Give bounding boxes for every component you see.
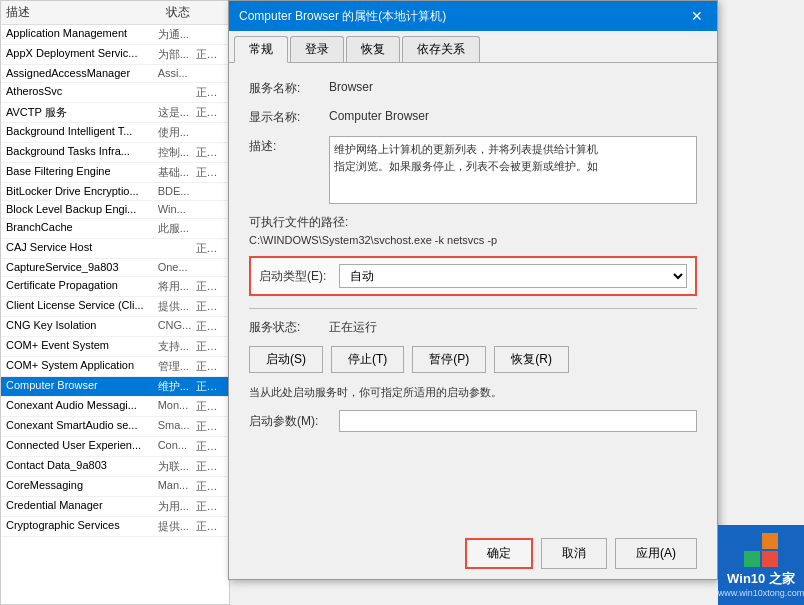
service-row[interactable]: AssignedAccessManager Assi... — [1, 65, 229, 83]
cancel-button[interactable]: 取消 — [541, 538, 607, 569]
service-row[interactable]: Block Level Backup Engi... Win... — [1, 201, 229, 219]
service-row[interactable]: BranchCache 此服... — [1, 219, 229, 239]
service-row[interactable]: CaptureService_9a803 One... — [1, 259, 229, 277]
service-row-name: Certificate Propagation — [6, 279, 158, 294]
service-row-desc: 提供... — [158, 299, 196, 314]
service-row[interactable]: AtherosSvc 正在... — [1, 83, 229, 103]
service-row[interactable]: Certificate Propagation 将用... 正在... — [1, 277, 229, 297]
win-tile-2 — [762, 533, 778, 549]
service-row-name: Computer Browser — [6, 379, 158, 394]
service-row[interactable]: Conexant Audio Messagi... Mon... 正在... — [1, 397, 229, 417]
description-label: 描述: — [249, 136, 329, 155]
service-row[interactable]: COM+ System Application 管理... 正在... — [1, 357, 229, 377]
service-row-desc: 为用... — [158, 499, 196, 514]
service-row[interactable]: COM+ Event System 支持... 正在... — [1, 337, 229, 357]
service-row-name: BranchCache — [6, 221, 158, 236]
param-label: 启动参数(M): — [249, 413, 339, 430]
service-row[interactable]: AppX Deployment Servic... 为部... 正在... — [1, 45, 229, 65]
service-row-status: 正在... — [196, 105, 224, 120]
dialog-close-button[interactable]: ✕ — [687, 6, 707, 26]
service-row-status — [196, 261, 224, 274]
service-row-desc — [158, 85, 196, 100]
service-row[interactable]: Application Management 为通... — [1, 25, 229, 45]
service-row[interactable]: Computer Browser 维护... 正在... — [1, 377, 229, 397]
service-row-desc: Man... — [158, 479, 196, 494]
col-header-status: 状态 — [166, 4, 196, 21]
resume-button[interactable]: 恢复(R) — [494, 346, 569, 373]
param-input[interactable] — [339, 410, 697, 432]
param-section: 启动参数(M): — [249, 410, 697, 432]
service-row-status — [196, 27, 224, 42]
tab-依存关系[interactable]: 依存关系 — [402, 36, 480, 62]
service-row-name: Connected User Experien... — [6, 439, 158, 454]
service-row[interactable]: Background Tasks Infra... 控制... 正在... — [1, 143, 229, 163]
service-row[interactable]: BitLocker Drive Encryptio... BDE... — [1, 183, 229, 201]
service-row-name: AppX Deployment Servic... — [6, 47, 158, 62]
service-row-status — [196, 221, 224, 236]
service-row[interactable]: Connected User Experien... Con... 正在... — [1, 437, 229, 457]
tab-常规[interactable]: 常规 — [234, 36, 288, 63]
service-row-name: Background Intelligent T... — [6, 125, 158, 140]
pause-button[interactable]: 暂停(P) — [412, 346, 486, 373]
service-row-status: 正在... — [196, 47, 224, 62]
service-row-desc: BDE... — [158, 185, 196, 198]
service-action-buttons: 启动(S) 停止(T) 暂停(P) 恢复(R) — [249, 346, 697, 373]
service-row-status: 正在... — [196, 499, 224, 514]
description-textarea[interactable]: 维护网络上计算机的更新列表，并将列表提供给计算机 指定浏览。如果服务停止，列表不… — [329, 136, 697, 204]
startup-type-select[interactable]: 自动自动(延迟启动)手动禁用 — [339, 264, 687, 288]
dialog-titlebar: Computer Browser 的属性(本地计算机) ✕ — [229, 1, 717, 31]
service-row[interactable]: Background Intelligent T... 使用... — [1, 123, 229, 143]
service-row[interactable]: Conexant SmartAudio se... Sma... 正在... — [1, 417, 229, 437]
watermark: Win10 之家 www.win10xtong.com — [718, 525, 804, 605]
service-row-name: Conexant Audio Messagi... — [6, 399, 158, 414]
service-row-desc: Mon... — [158, 399, 196, 414]
service-row-name: Cryptographic Services — [6, 519, 158, 534]
service-row-name: BitLocker Drive Encryptio... — [6, 185, 158, 198]
service-row-status — [196, 125, 224, 140]
service-row-name: Credential Manager — [6, 499, 158, 514]
watermark-brand: Win10 之家 — [727, 570, 795, 588]
service-row-desc: 为部... — [158, 47, 196, 62]
path-section: 可执行文件的路径: C:\WINDOWS\System32\svchost.ex… — [249, 214, 697, 246]
ok-button[interactable]: 确定 — [465, 538, 533, 569]
service-name-label: 服务名称: — [249, 78, 329, 97]
tab-恢复[interactable]: 恢复 — [346, 36, 400, 62]
service-status-label: 服务状态: — [249, 319, 329, 336]
divider — [249, 308, 697, 309]
service-row-status: 正在... — [196, 379, 224, 394]
service-row-name: COM+ System Application — [6, 359, 158, 374]
service-row-desc: 这是... — [158, 105, 196, 120]
dialog-title: Computer Browser 的属性(本地计算机) — [239, 8, 446, 25]
service-row-name: Client License Service (Cli... — [6, 299, 158, 314]
service-status-section: 服务状态: 正在运行 — [249, 319, 697, 336]
service-row-status: 正在... — [196, 319, 224, 334]
col-header-name: 描述 — [6, 4, 166, 21]
service-row-name: CaptureService_9a803 — [6, 261, 158, 274]
dialog-content: 服务名称: Browser 显示名称: Computer Browser 描述:… — [229, 63, 717, 467]
service-row[interactable]: Cryptographic Services 提供... 正在... — [1, 517, 229, 537]
display-name-row: 显示名称: Computer Browser — [249, 107, 697, 126]
service-row[interactable]: AVCTP 服务 这是... 正在... — [1, 103, 229, 123]
service-name-row: 服务名称: Browser — [249, 78, 697, 97]
service-row-desc — [158, 241, 196, 256]
service-row-desc: Assi... — [158, 67, 196, 80]
service-row[interactable]: Base Filtering Engine 基础... 正在... — [1, 163, 229, 183]
service-row-status: 正在... — [196, 165, 224, 180]
display-name-value: Computer Browser — [329, 107, 697, 123]
apply-button[interactable]: 应用(A) — [615, 538, 697, 569]
service-row-name: Application Management — [6, 27, 158, 42]
service-row-name: AtherosSvc — [6, 85, 158, 100]
service-row[interactable]: CoreMessaging Man... 正在... — [1, 477, 229, 497]
service-row-desc: 管理... — [158, 359, 196, 374]
tab-登录[interactable]: 登录 — [290, 36, 344, 62]
service-row[interactable]: Credential Manager 为用... 正在... — [1, 497, 229, 517]
service-row-status — [196, 185, 224, 198]
start-button[interactable]: 启动(S) — [249, 346, 323, 373]
service-row[interactable]: CNG Key Isolation CNG... 正在... — [1, 317, 229, 337]
service-status-value: 正在运行 — [329, 319, 377, 336]
service-row[interactable]: Contact Data_9a803 为联... 正在... — [1, 457, 229, 477]
service-row-desc: 将用... — [158, 279, 196, 294]
service-row[interactable]: CAJ Service Host 正在... — [1, 239, 229, 259]
stop-button[interactable]: 停止(T) — [331, 346, 404, 373]
service-row[interactable]: Client License Service (Cli... 提供... 正在.… — [1, 297, 229, 317]
